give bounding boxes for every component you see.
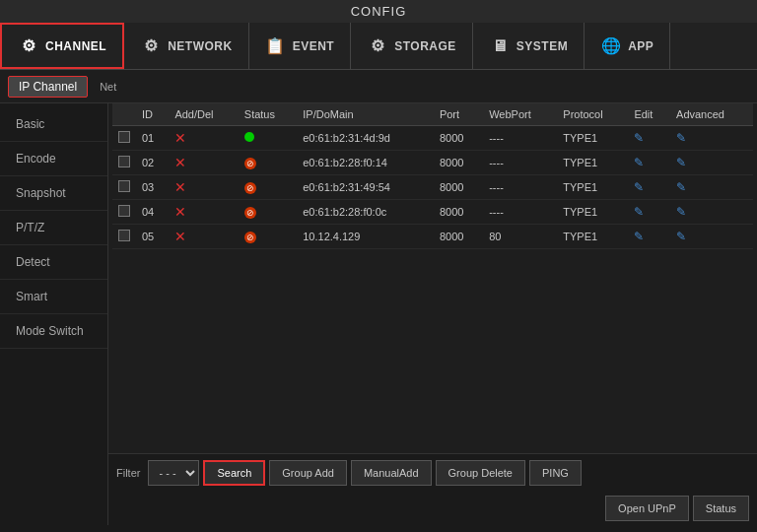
cell-edit[interactable]: ✎	[628, 151, 670, 175]
cell-add-del[interactable]: ✕	[169, 151, 238, 175]
filter-select[interactable]: - - -	[148, 460, 199, 486]
cell-port: 8000	[434, 151, 483, 175]
table-header-row: ID Add/Del Status IP/DoMain Port WebPort…	[112, 103, 753, 126]
edit-icon[interactable]: ✎	[634, 205, 644, 219]
advanced-icon[interactable]: ✎	[676, 156, 686, 169]
cell-protocol: TYPE1	[557, 200, 628, 225]
sidebar-smart[interactable]: Smart	[0, 280, 107, 314]
cell-status: ⊘	[239, 151, 297, 175]
nav-channel-label: CHANNEL	[45, 39, 106, 53]
main-layout: Basic Encode Snapshot P/T/Z Detect Smart…	[0, 103, 757, 525]
filter-label: Filter	[116, 467, 140, 479]
row-checkbox[interactable]	[118, 205, 130, 217]
cell-add-del[interactable]: ✕	[169, 225, 238, 249]
col-ip: IP/DoMain	[297, 103, 434, 126]
row-checkbox[interactable]	[118, 180, 130, 192]
col-checkbox	[112, 103, 136, 126]
edit-icon[interactable]: ✎	[634, 180, 644, 194]
cell-edit[interactable]: ✎	[628, 126, 670, 151]
cell-port: 8000	[434, 225, 483, 249]
cell-id: 02	[136, 151, 169, 175]
app-icon: 🌐	[600, 35, 622, 57]
sidebar-encode[interactable]: Encode	[0, 142, 107, 176]
edit-icon[interactable]: ✎	[634, 131, 644, 145]
status-red-circle: ⊘	[244, 232, 256, 243]
status-red-circle: ⊘	[244, 207, 256, 219]
net-label: Net	[100, 81, 116, 93]
bottom-toolbar-wrapper: Filter - - - Search Group Add ManualAdd …	[108, 453, 757, 525]
sidebar-basic[interactable]: Basic	[0, 107, 107, 142]
cell-edit[interactable]: ✎	[628, 200, 670, 225]
sidebar-detect[interactable]: Detect	[0, 245, 107, 280]
bottom-toolbar: Filter - - - Search Group Add ManualAdd …	[108, 453, 757, 492]
status-red-circle: ⊘	[244, 182, 256, 194]
table-row: 03✕⊘e0:61:b2:31:49:548000----TYPE1✎✎	[112, 175, 753, 200]
cell-add-del[interactable]: ✕	[169, 175, 238, 200]
col-webport: WebPort	[483, 103, 557, 126]
top-nav: ⚙ CHANNEL ⚙ NETWORK 📋 EVENT ⚙ STORAGE 🖥 …	[0, 23, 757, 70]
edit-icon[interactable]: ✎	[634, 230, 644, 243]
cell-id: 04	[136, 200, 169, 225]
edit-icon[interactable]: ✎	[634, 156, 644, 169]
title-bar: CONFIG	[0, 0, 757, 23]
cell-advanced[interactable]: ✎	[670, 175, 753, 200]
status-button[interactable]: Status	[693, 496, 749, 521]
col-advanced: Advanced	[670, 103, 753, 126]
nav-network[interactable]: ⚙ NETWORK	[124, 23, 249, 69]
advanced-icon[interactable]: ✎	[676, 230, 686, 243]
row-checkbox[interactable]	[118, 156, 130, 167]
open-upnp-button[interactable]: Open UPnP	[605, 496, 689, 521]
status-green-dot	[244, 132, 254, 142]
device-table: ID Add/Del Status IP/DoMain Port WebPort…	[112, 103, 753, 249]
group-add-button[interactable]: Group Add	[269, 460, 347, 486]
sidebar-mode-switch[interactable]: Mode Switch	[0, 314, 107, 349]
cell-advanced[interactable]: ✎	[670, 126, 753, 151]
advanced-icon[interactable]: ✎	[676, 131, 686, 145]
nav-storage[interactable]: ⚙ STORAGE	[351, 23, 473, 69]
advanced-icon[interactable]: ✎	[676, 180, 686, 194]
nav-channel[interactable]: ⚙ CHANNEL	[0, 23, 124, 69]
cell-ip: e0:61:b2:28:f0:0c	[297, 200, 434, 225]
search-button[interactable]: Search	[203, 460, 265, 486]
nav-system-label: SYSTEM	[516, 39, 568, 53]
cell-add-del[interactable]: ✕	[169, 200, 238, 225]
row-checkbox[interactable]	[118, 230, 130, 241]
cell-ip: e0:61:b2:31:4d:9d	[297, 126, 434, 151]
col-edit: Edit	[628, 103, 670, 126]
table-row: 01✕e0:61:b2:31:4d:9d8000----TYPE1✎✎	[112, 126, 753, 151]
system-icon: 🖥	[489, 35, 511, 57]
cell-webport: 80	[483, 225, 557, 249]
cell-port: 8000	[434, 200, 483, 225]
nav-event[interactable]: 📋 EVENT	[249, 23, 352, 69]
nav-event-label: EVENT	[293, 39, 335, 53]
cell-advanced[interactable]: ✎	[670, 151, 753, 175]
advanced-icon[interactable]: ✎	[676, 205, 686, 219]
cell-add-del[interactable]: ✕	[169, 126, 238, 151]
sidebar: Basic Encode Snapshot P/T/Z Detect Smart…	[0, 103, 108, 525]
cell-status: ⊘	[239, 200, 297, 225]
table-row: 02✕⊘e0:61:b2:28:f0:148000----TYPE1✎✎	[112, 151, 753, 175]
col-id: ID	[136, 103, 169, 126]
cell-edit[interactable]: ✎	[628, 175, 670, 200]
group-delete-button[interactable]: Group Delete	[436, 460, 525, 486]
nav-network-label: NETWORK	[168, 39, 233, 53]
sidebar-snapshot[interactable]: Snapshot	[0, 176, 107, 211]
col-add-del: Add/Del	[169, 103, 238, 126]
subnav-ip-channel[interactable]: IP Channel	[8, 76, 88, 98]
table-area: ID Add/Del Status IP/DoMain Port WebPort…	[108, 103, 757, 453]
row-checkbox[interactable]	[118, 131, 130, 143]
cell-advanced[interactable]: ✎	[670, 200, 753, 225]
cell-advanced[interactable]: ✎	[670, 225, 753, 249]
event-icon: 📋	[265, 35, 287, 57]
nav-system[interactable]: 🖥 SYSTEM	[473, 23, 585, 69]
nav-storage-label: STORAGE	[394, 39, 456, 53]
ping-button[interactable]: PING	[529, 460, 582, 486]
cell-edit[interactable]: ✎	[628, 225, 670, 249]
sidebar-ptz[interactable]: P/T/Z	[0, 211, 107, 245]
cell-protocol: TYPE1	[557, 225, 628, 249]
manual-add-button[interactable]: ManualAdd	[351, 460, 432, 486]
cell-ip: e0:61:b2:28:f0:14	[297, 151, 434, 175]
table-row: 05✕⊘10.12.4.129800080TYPE1✎✎	[112, 225, 753, 249]
nav-app[interactable]: 🌐 APP	[585, 23, 670, 69]
cell-webport: ----	[483, 126, 557, 151]
